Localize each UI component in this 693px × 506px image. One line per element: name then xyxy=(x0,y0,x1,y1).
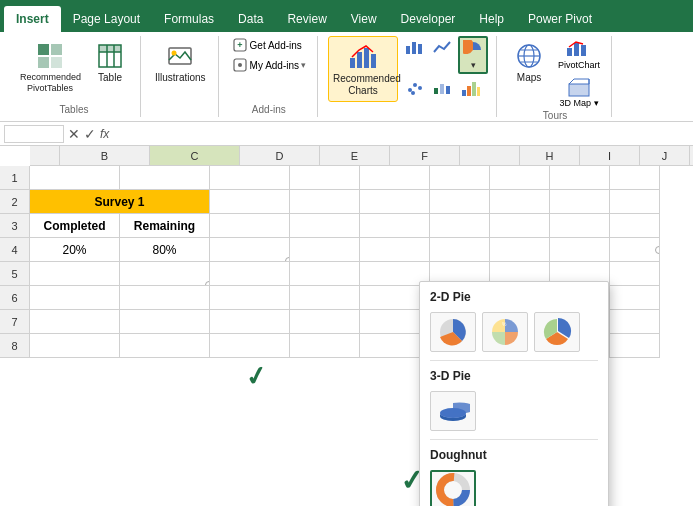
bar-chart-button[interactable] xyxy=(402,36,428,74)
cell-c1[interactable] xyxy=(120,166,210,190)
cell-e1[interactable] xyxy=(290,166,360,190)
insert-function-icon[interactable]: fx xyxy=(100,127,109,141)
tab-insert[interactable]: Insert xyxy=(4,6,61,32)
cell-h4[interactable] xyxy=(490,238,550,262)
cell-i3[interactable] xyxy=(550,214,610,238)
cell-h3[interactable] xyxy=(490,214,550,238)
cell-e3[interactable] xyxy=(290,214,360,238)
cell-g2[interactable] xyxy=(430,190,490,214)
cell-b4[interactable]: 20% xyxy=(30,238,120,262)
cell-h2[interactable] xyxy=(490,190,550,214)
cell-d2[interactable] xyxy=(210,190,290,214)
tab-power-pivot[interactable]: Power Pivot xyxy=(516,6,604,32)
cell-d5[interactable] xyxy=(210,262,290,286)
cell-j6[interactable] xyxy=(610,286,660,310)
pie-chart-dropdown: 2-D Pie % xyxy=(419,281,609,506)
cell-c3[interactable]: Remaining xyxy=(120,214,210,238)
cell-d6[interactable] xyxy=(210,286,290,310)
cell-i1[interactable] xyxy=(550,166,610,190)
svg-rect-21 xyxy=(418,44,422,54)
tab-view[interactable]: View xyxy=(339,6,389,32)
pie-2d-3-button[interactable] xyxy=(534,312,580,352)
cell-c5[interactable] xyxy=(120,262,210,286)
cell-i4[interactable] xyxy=(550,238,610,262)
table-row xyxy=(30,166,660,190)
tab-developer[interactable]: Developer xyxy=(389,6,468,32)
cell-c8[interactable] xyxy=(120,334,210,358)
scatter-chart-button[interactable] xyxy=(402,76,428,100)
cell-d7[interactable] xyxy=(210,310,290,334)
recommended-charts-button[interactable]: RecommendedCharts xyxy=(328,36,398,102)
cell-f4[interactable] xyxy=(360,238,430,262)
pie-2d-2-button[interactable]: % xyxy=(482,312,528,352)
cell-j2[interactable] xyxy=(610,190,660,214)
cell-b6[interactable] xyxy=(30,286,120,310)
cell-f2[interactable] xyxy=(360,190,430,214)
doughnut-label: Doughnut xyxy=(420,440,608,466)
cell-b3[interactable]: Completed xyxy=(30,214,120,238)
cell-e4[interactable] xyxy=(290,238,360,262)
waterfall-chart-button[interactable] xyxy=(430,76,456,100)
get-addins-button[interactable]: + Get Add-ins xyxy=(229,36,309,54)
cell-d1[interactable] xyxy=(210,166,290,190)
cancel-formula-icon[interactable]: ✕ xyxy=(68,126,80,142)
cell-f3[interactable] xyxy=(360,214,430,238)
cell-g1[interactable] xyxy=(430,166,490,190)
3dmap-button[interactable]: 3D Map ▾ xyxy=(555,74,603,110)
my-addins-button[interactable]: My Add-ins ▾ xyxy=(229,56,309,74)
pie-3d-1-button[interactable] xyxy=(430,391,476,431)
cell-g3[interactable] xyxy=(430,214,490,238)
illustrations-button[interactable]: Illustrations xyxy=(151,36,210,88)
line-chart-button[interactable] xyxy=(430,36,456,74)
cell-i2[interactable] xyxy=(550,190,610,214)
svg-point-23 xyxy=(413,83,417,87)
svg-rect-39 xyxy=(574,43,579,56)
doughnut-1-button[interactable] xyxy=(430,470,476,506)
cell-b2[interactable]: Survey 1 xyxy=(30,190,210,214)
cell-b7[interactable] xyxy=(30,310,120,334)
tab-help[interactable]: Help xyxy=(467,6,516,32)
more-charts-button[interactable] xyxy=(458,76,484,100)
cell-h1[interactable] xyxy=(490,166,550,190)
cell-j4[interactable] xyxy=(610,238,660,262)
svg-rect-28 xyxy=(446,86,450,94)
cell-d4[interactable] xyxy=(210,238,290,262)
svg-rect-20 xyxy=(412,42,416,54)
cell-g4[interactable] xyxy=(430,238,490,262)
cell-c6[interactable] xyxy=(120,286,210,310)
cell-f1[interactable] xyxy=(360,166,430,190)
cell-e5[interactable] xyxy=(290,262,360,286)
cell-j5[interactable] xyxy=(610,262,660,286)
formula-input[interactable] xyxy=(113,127,689,141)
maps-button[interactable]: Maps xyxy=(507,36,551,88)
excel-app: Insert Page Layout Formulas Data Review … xyxy=(0,0,693,358)
cell-e8[interactable] xyxy=(290,334,360,358)
cell-e2[interactable] xyxy=(290,190,360,214)
cell-j3[interactable] xyxy=(610,214,660,238)
cell-d8[interactable] xyxy=(210,334,290,358)
pie-2d-1-button[interactable] xyxy=(430,312,476,352)
col-header-e: E xyxy=(320,146,390,165)
ribbon-group-tables: RecommendedPivotTables Table xyxy=(8,36,141,117)
cell-e7[interactable] xyxy=(290,310,360,334)
pie-chart-dropdown-button[interactable]: ▾ xyxy=(458,36,488,74)
cell-b8[interactable] xyxy=(30,334,120,358)
pivotchart-button[interactable]: PivotChart xyxy=(555,36,603,72)
cell-j1[interactable] xyxy=(610,166,660,190)
table-button[interactable]: Table xyxy=(88,36,132,88)
tab-review[interactable]: Review xyxy=(275,6,338,32)
cell-j8[interactable] xyxy=(610,334,660,358)
tab-page-layout[interactable]: Page Layout xyxy=(61,6,152,32)
cell-b5[interactable] xyxy=(30,262,120,286)
pivot-tables-button[interactable]: RecommendedPivotTables xyxy=(16,36,84,98)
cell-c4[interactable]: 80% xyxy=(120,238,210,262)
tab-formulas[interactable]: Formulas xyxy=(152,6,226,32)
name-box[interactable] xyxy=(4,125,64,143)
cell-e6[interactable] xyxy=(290,286,360,310)
cell-c7[interactable] xyxy=(120,310,210,334)
cell-d3[interactable] xyxy=(210,214,290,238)
tab-data[interactable]: Data xyxy=(226,6,275,32)
cell-b1[interactable] xyxy=(30,166,120,190)
cell-j7[interactable] xyxy=(610,310,660,334)
confirm-formula-icon[interactable]: ✓ xyxy=(84,126,96,142)
